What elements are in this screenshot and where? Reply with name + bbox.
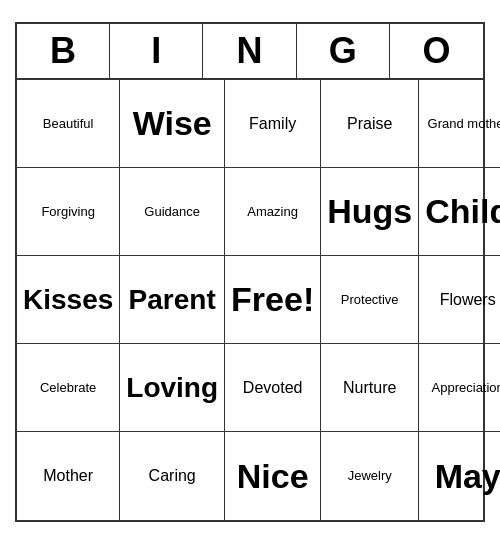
cell-text: Praise xyxy=(347,114,392,133)
bingo-cell: Protective xyxy=(321,256,419,344)
bingo-cell: Devoted xyxy=(225,344,321,432)
bingo-cell: Parent xyxy=(120,256,225,344)
cell-text: Mother xyxy=(43,466,93,485)
cell-text: Grand mother xyxy=(428,116,500,132)
cell-text: Protective xyxy=(341,292,399,308)
cell-text: Appreciation xyxy=(432,380,500,396)
cell-text: Guidance xyxy=(144,204,200,220)
cell-text: Child xyxy=(425,191,500,232)
bingo-cell: Child xyxy=(419,168,500,256)
bingo-grid: BeautifulWiseFamilyPraiseGrand motherFor… xyxy=(17,80,483,520)
bingo-cell: Loving xyxy=(120,344,225,432)
cell-text: Jewelry xyxy=(348,468,392,484)
bingo-cell: Nice xyxy=(225,432,321,520)
bingo-cell: Nurture xyxy=(321,344,419,432)
cell-text: Family xyxy=(249,114,296,133)
bingo-cell: May xyxy=(419,432,500,520)
bingo-cell: Hugs xyxy=(321,168,419,256)
header-letter: I xyxy=(110,24,203,78)
bingo-cell: Caring xyxy=(120,432,225,520)
cell-text: Free! xyxy=(231,279,314,320)
cell-text: Beautiful xyxy=(43,116,94,132)
header-letter: G xyxy=(297,24,390,78)
bingo-cell: Jewelry xyxy=(321,432,419,520)
cell-text: Loving xyxy=(126,371,218,405)
header-letter: O xyxy=(390,24,483,78)
bingo-cell: Flowers xyxy=(419,256,500,344)
bingo-cell: Praise xyxy=(321,80,419,168)
bingo-cell: Beautiful xyxy=(17,80,120,168)
bingo-cell: Family xyxy=(225,80,321,168)
cell-text: Caring xyxy=(149,466,196,485)
bingo-cell: Amazing xyxy=(225,168,321,256)
cell-text: Forgiving xyxy=(41,204,94,220)
bingo-cell: Guidance xyxy=(120,168,225,256)
cell-text: May xyxy=(435,456,500,497)
bingo-header: BINGO xyxy=(17,24,483,80)
bingo-cell: Kisses xyxy=(17,256,120,344)
bingo-cell: Grand mother xyxy=(419,80,500,168)
cell-text: Hugs xyxy=(327,191,412,232)
bingo-cell: Wise xyxy=(120,80,225,168)
cell-text: Nurture xyxy=(343,378,396,397)
cell-text: Nice xyxy=(237,456,309,497)
cell-text: Devoted xyxy=(243,378,303,397)
header-letter: N xyxy=(203,24,296,78)
bingo-cell: Free! xyxy=(225,256,321,344)
cell-text: Amazing xyxy=(247,204,298,220)
bingo-card: BINGO BeautifulWiseFamilyPraiseGrand mot… xyxy=(15,22,485,522)
cell-text: Parent xyxy=(129,283,216,317)
bingo-cell: Celebrate xyxy=(17,344,120,432)
cell-text: Kisses xyxy=(23,283,113,317)
cell-text: Celebrate xyxy=(40,380,96,396)
bingo-cell: Forgiving xyxy=(17,168,120,256)
bingo-cell: Appreciation xyxy=(419,344,500,432)
cell-text: Wise xyxy=(133,103,212,144)
bingo-cell: Mother xyxy=(17,432,120,520)
cell-text: Flowers xyxy=(440,290,496,309)
header-letter: B xyxy=(17,24,110,78)
